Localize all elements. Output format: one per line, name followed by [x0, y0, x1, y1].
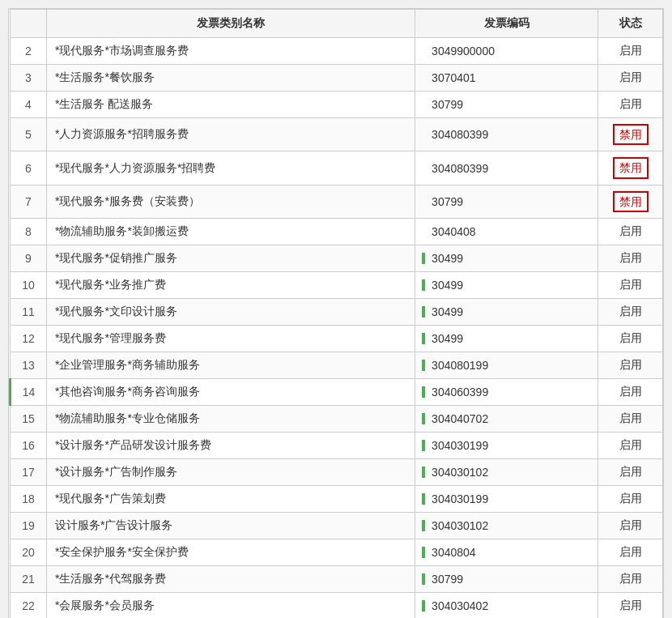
row-number: 20	[11, 539, 47, 566]
invoice-code: 30499	[415, 245, 598, 272]
col-header-name: 发票类别名称	[47, 10, 415, 38]
invoice-name: *生活服务 配送服务	[47, 92, 415, 118]
table-row: 4*生活服务 配送服务30799启用	[11, 92, 663, 118]
invoice-code: 30799	[415, 566, 598, 593]
invoice-name: *设计服务*广告制作服务	[47, 459, 415, 486]
invoice-status: 启用	[598, 272, 663, 299]
table-row: 3*生活服务*餐饮服务3070401启用	[11, 65, 663, 92]
row-number: 14	[11, 379, 47, 406]
invoice-name: *现代服务*管理服务费	[47, 326, 415, 352]
row-number: 10	[11, 272, 47, 299]
row-number: 17	[11, 459, 47, 486]
row-number: 11	[11, 299, 47, 326]
invoice-status: 启用	[598, 406, 663, 433]
row-number: 5	[11, 118, 47, 151]
invoice-code: 304060399	[415, 379, 598, 406]
invoice-table: 发票类别名称 发票编码 状态 2*现代服务*市场调查服务费3049900000启…	[9, 9, 663, 618]
table-row: 20*安全保护服务*安全保护费3040804启用	[11, 539, 663, 566]
invoice-code: 3049900000	[415, 38, 598, 65]
invoice-code: 304030102	[415, 513, 598, 539]
row-number: 21	[11, 566, 47, 593]
row-number: 2	[11, 38, 47, 65]
invoice-status: 启用	[598, 539, 663, 566]
invoice-status: 启用	[598, 219, 663, 245]
invoice-name: *现代服务*广告策划费	[47, 486, 415, 513]
invoice-name: *现代服务*服务费（安装费）	[47, 185, 415, 218]
table-row: 11*现代服务*文印设计服务30499启用	[11, 299, 663, 326]
col-header-num	[11, 10, 47, 38]
invoice-status: 启用	[598, 486, 663, 513]
table-row: 18*现代服务*广告策划费304030199启用	[11, 486, 663, 513]
row-number: 19	[11, 513, 47, 539]
table-row: 6*现代服务*人力资源服务*招聘费304080399禁用	[11, 151, 663, 185]
invoice-status: 启用	[598, 245, 663, 272]
table-row: 17*设计服务*广告制作服务304030102启用	[11, 459, 663, 486]
table-row: 7*现代服务*服务费（安装费）30799禁用	[11, 185, 663, 218]
row-number: 12	[11, 326, 47, 352]
invoice-status: 启用	[598, 566, 663, 593]
table-row: 19设计服务*广告设计服务304030102启用	[11, 513, 663, 539]
table-header-row: 发票类别名称 发票编码 状态	[11, 10, 663, 38]
table-row: 21*生活服务*代驾服务费30799启用	[11, 566, 663, 593]
invoice-status: 启用	[598, 593, 663, 618]
invoice-code: 30799	[415, 185, 598, 218]
row-number: 6	[11, 151, 47, 185]
main-table-container: 发票类别名称 发票编码 状态 2*现代服务*市场调查服务费3049900000启…	[8, 8, 664, 618]
invoice-code: 304080399	[415, 151, 598, 185]
col-header-status: 状态	[598, 10, 663, 38]
table-row: 13*企业管理服务*商务辅助服务304080199启用	[11, 352, 663, 379]
row-number: 18	[11, 486, 47, 513]
table-row: 8*物流辅助服务*装卸搬运费3040408启用	[11, 219, 663, 245]
row-number: 7	[11, 185, 47, 218]
table-row: 12*现代服务*管理服务费30499启用	[11, 326, 663, 352]
invoice-code: 304080199	[415, 352, 598, 379]
invoice-name: *人力资源服务*招聘服务费	[47, 118, 415, 151]
invoice-name: *现代服务*市场调查服务费	[47, 38, 415, 65]
invoice-name: *现代服务*促销推广服务	[47, 245, 415, 272]
table-row: 5*人力资源服务*招聘服务费304080399禁用	[11, 118, 663, 151]
invoice-name: *现代服务*人力资源服务*招聘费	[47, 151, 415, 185]
row-number: 9	[11, 245, 47, 272]
invoice-name: *物流辅助服务*专业仓储服务	[47, 406, 415, 433]
status-disabled-badge: 禁用	[613, 157, 649, 178]
invoice-code: 304080399	[415, 118, 598, 151]
table-row: 15*物流辅助服务*专业仓储服务304040702启用	[11, 406, 663, 433]
invoice-status: 启用	[598, 92, 663, 118]
row-number: 16	[11, 433, 47, 459]
invoice-status: 启用	[598, 433, 663, 459]
row-number: 4	[11, 92, 47, 118]
col-header-code: 发票编码	[415, 10, 598, 38]
table-row: 16*设计服务*产品研发设计服务费304030199启用	[11, 433, 663, 459]
invoice-name: *生活服务*代驾服务费	[47, 566, 415, 593]
row-number: 13	[11, 352, 47, 379]
invoice-status: 启用	[598, 513, 663, 539]
invoice-name: *现代服务*文印设计服务	[47, 299, 415, 326]
invoice-code: 3040804	[415, 539, 598, 566]
status-disabled-badge: 禁用	[613, 191, 649, 212]
invoice-code: 3070401	[415, 65, 598, 92]
invoice-name: *生活服务*餐饮服务	[47, 65, 415, 92]
invoice-status: 禁用	[598, 118, 663, 151]
invoice-status: 启用	[598, 352, 663, 379]
invoice-code: 304030199	[415, 486, 598, 513]
table-row: 22*会展服务*会员服务304030402启用	[11, 593, 663, 618]
invoice-name: 设计服务*广告设计服务	[47, 513, 415, 539]
invoice-code: 304030102	[415, 459, 598, 486]
invoice-status: 启用	[598, 38, 663, 65]
invoice-code: 304030199	[415, 433, 598, 459]
invoice-code: 30499	[415, 299, 598, 326]
invoice-code: 304040702	[415, 406, 598, 433]
table-row: 2*现代服务*市场调查服务费3049900000启用	[11, 38, 663, 65]
row-number: 15	[11, 406, 47, 433]
invoice-code: 3040408	[415, 219, 598, 245]
invoice-name: *现代服务*业务推广费	[47, 272, 415, 299]
invoice-code: 30499	[415, 326, 598, 352]
invoice-status: 启用	[598, 379, 663, 406]
invoice-name: *物流辅助服务*装卸搬运费	[47, 219, 415, 245]
invoice-name: *安全保护服务*安全保护费	[47, 539, 415, 566]
table-row: 9*现代服务*促销推广服务30499启用	[11, 245, 663, 272]
row-number: 22	[11, 593, 47, 618]
invoice-name: *其他咨询服务*商务咨询服务	[47, 379, 415, 406]
invoice-name: *会展服务*会员服务	[47, 593, 415, 618]
invoice-status: 启用	[598, 65, 663, 92]
